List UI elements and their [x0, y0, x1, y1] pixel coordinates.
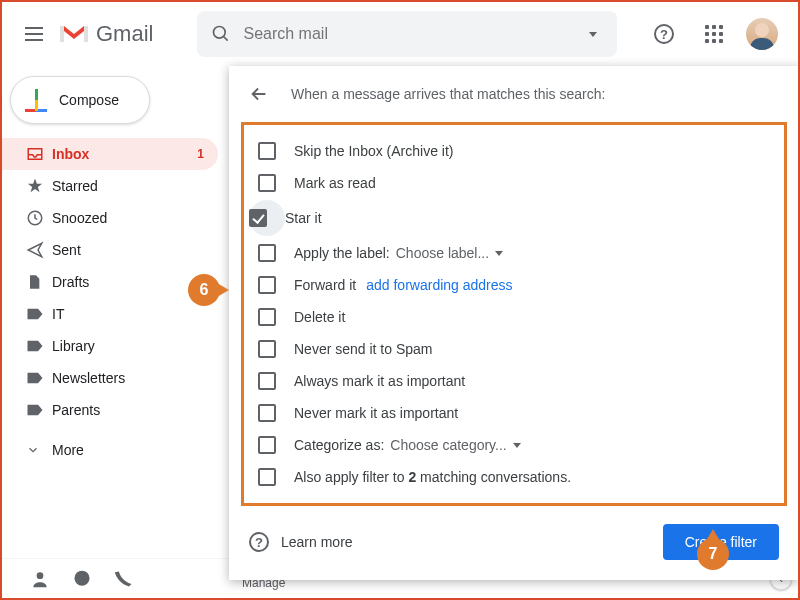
send-icon: [26, 241, 52, 259]
search-options-dropdown-icon[interactable]: [579, 32, 607, 37]
checkbox-checked[interactable]: [249, 209, 267, 227]
sidebar-item-label: Parents: [52, 402, 218, 418]
sidebar-item-snoozed[interactable]: Snoozed: [2, 202, 218, 234]
clock-icon: [26, 209, 52, 227]
sidebar: Compose Inbox 1 Starred Snoozed Sent: [2, 66, 230, 598]
option-star-it[interactable]: Star it: [246, 199, 782, 237]
phone-icon[interactable]: [114, 569, 134, 589]
star-icon: [26, 177, 52, 195]
sidebar-item-label: Newsletters: [52, 370, 218, 386]
svg-point-0: [214, 27, 226, 39]
callout-6: 6: [188, 274, 220, 306]
support-button[interactable]: ?: [646, 16, 682, 52]
option-categorize[interactable]: Categorize as:Choose category...: [246, 429, 782, 461]
main-menu-button[interactable]: [14, 14, 54, 54]
checkbox[interactable]: [258, 436, 276, 454]
app-header: Gmail ?: [2, 2, 798, 66]
hamburger-icon: [25, 33, 43, 35]
add-forwarding-address-link[interactable]: add forwarding address: [366, 277, 512, 293]
label-icon: [26, 402, 52, 418]
sidebar-item-inbox[interactable]: Inbox 1: [2, 138, 218, 170]
filter-actions-panel: When a message arrives that matches this…: [229, 66, 799, 580]
filter-panel-heading: When a message arrives that matches this…: [291, 86, 605, 102]
google-apps-button[interactable]: [696, 16, 732, 52]
compose-button[interactable]: Compose: [10, 76, 150, 124]
option-never-spam[interactable]: Never send it to Spam: [246, 333, 782, 365]
caret-down-icon: [495, 251, 503, 256]
svg-point-3: [37, 572, 44, 579]
sidebar-item-label: IT: [52, 306, 218, 322]
account-avatar[interactable]: [746, 18, 778, 50]
option-never-important[interactable]: Never mark it as important: [246, 397, 782, 429]
sidebar-item-drafts[interactable]: Drafts: [2, 266, 218, 298]
sidebar-item-label: Starred: [52, 178, 218, 194]
help-icon: ?: [654, 24, 674, 44]
option-skip-inbox[interactable]: Skip the Inbox (Archive it): [246, 135, 782, 167]
sidebar-item-newsletters[interactable]: Newsletters: [2, 362, 218, 394]
search-bar[interactable]: [197, 11, 617, 57]
sidebar-item-label: Inbox: [52, 146, 197, 162]
gmail-logo[interactable]: Gmail: [58, 21, 153, 47]
sidebar-item-count: 1: [197, 147, 204, 161]
sidebar-item-label: Snoozed: [52, 210, 218, 226]
back-button[interactable]: [245, 80, 273, 108]
sidebar-more-label: More: [52, 442, 218, 458]
search-input[interactable]: [235, 25, 579, 43]
callout-7: 7: [697, 538, 729, 570]
checkbox[interactable]: [258, 276, 276, 294]
svg-point-4: [75, 570, 90, 585]
chevron-down-icon: [26, 443, 52, 457]
label-icon: [26, 338, 52, 354]
checkbox[interactable]: [258, 308, 276, 326]
plus-icon: [25, 89, 47, 111]
option-delete-it[interactable]: Delete it: [246, 301, 782, 333]
sidebar-item-starred[interactable]: Starred: [2, 170, 218, 202]
sidebar-item-label: Sent: [52, 242, 218, 258]
checkbox[interactable]: [258, 468, 276, 486]
sidebar-item-library[interactable]: Library: [2, 330, 218, 362]
help-icon: ?: [249, 532, 269, 552]
checkbox[interactable]: [258, 174, 276, 192]
learn-more-link[interactable]: ?Learn more: [249, 532, 353, 552]
gmail-m-icon: [58, 22, 90, 46]
hangouts-icon[interactable]: [72, 569, 92, 589]
filter-options-box: Skip the Inbox (Archive it) Mark as read…: [241, 122, 787, 506]
option-forward-it[interactable]: Forward itadd forwarding address: [246, 269, 782, 301]
checkbox[interactable]: [258, 404, 276, 422]
option-always-important[interactable]: Always mark it as important: [246, 365, 782, 397]
checkbox[interactable]: [258, 244, 276, 262]
option-mark-read[interactable]: Mark as read: [246, 167, 782, 199]
app-name: Gmail: [96, 21, 153, 47]
sidebar-item-label: Library: [52, 338, 218, 354]
option-also-apply[interactable]: Also apply filter to 2 matching conversa…: [246, 461, 782, 493]
caret-down-icon: [513, 443, 521, 448]
choose-label-dropdown[interactable]: Choose label...: [396, 245, 503, 261]
option-apply-label[interactable]: Apply the label:Choose label...: [246, 237, 782, 269]
checkbox[interactable]: [258, 340, 276, 358]
sidebar-item-it[interactable]: IT: [2, 298, 218, 330]
inbox-icon: [26, 145, 52, 163]
checkbox[interactable]: [258, 372, 276, 390]
sidebar-item-sent[interactable]: Sent: [2, 234, 218, 266]
label-icon: [26, 370, 52, 386]
file-icon: [26, 273, 52, 291]
hangouts-bar: [2, 558, 230, 598]
sidebar-item-parents[interactable]: Parents: [2, 394, 218, 426]
compose-label: Compose: [59, 92, 119, 108]
choose-category-dropdown[interactable]: Choose category...: [390, 437, 520, 453]
search-icon: [207, 24, 235, 44]
label-icon: [26, 306, 52, 322]
apps-grid-icon: [705, 25, 723, 43]
sidebar-more[interactable]: More: [2, 434, 218, 466]
person-icon[interactable]: [30, 569, 50, 589]
svg-line-1: [224, 37, 228, 41]
checkbox[interactable]: [258, 142, 276, 160]
